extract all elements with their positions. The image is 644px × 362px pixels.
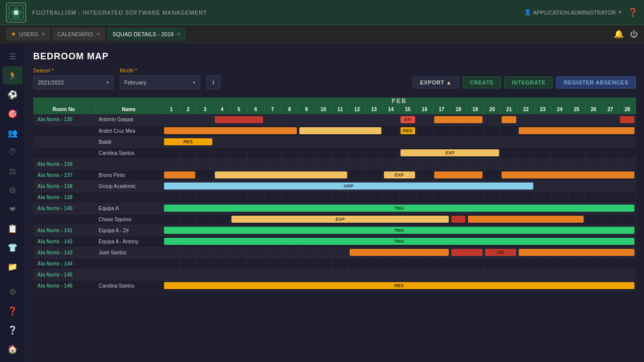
bar-cell [467, 214, 585, 225]
power-icon[interactable]: ⏻ [630, 30, 638, 39]
empty-day-cell [180, 214, 197, 225]
empty-day-cell [315, 192, 332, 203]
empty-day-cell [585, 269, 602, 280]
action-buttons: EXPORT ▲ CREATE INTEGRATE REGISTER ABSEN… [413, 76, 636, 89]
sidebar-item-person[interactable]: 🏃 [3, 66, 23, 84]
info-button[interactable]: i [206, 75, 220, 89]
empty-day-cell [281, 158, 298, 169]
svg-point-2 [14, 10, 19, 15]
day-20: 20 [484, 105, 501, 114]
empty-day-cell [568, 269, 585, 280]
empty-day-cell [163, 192, 180, 203]
table-row: Chase SquiresEXP [33, 214, 636, 225]
empty-day-cell [534, 258, 551, 269]
sidebar-item-folder[interactable]: 📁 [3, 257, 23, 276]
admin-menu[interactable]: 👤 APPLICATION ADMINISTRATOR ▼ [524, 9, 622, 16]
bar-cell: STI [399, 114, 417, 125]
tab-icons: 🔔 ⏻ [614, 29, 638, 39]
empty-day-cell [484, 136, 501, 147]
empty-day-cell [602, 214, 619, 225]
empty-day-cell [163, 247, 180, 258]
sidebar-item-question[interactable]: ❓ [3, 302, 23, 320]
empty-day-cell [180, 147, 197, 158]
month-select[interactable]: January February March [120, 75, 200, 89]
empty-day-cell [399, 269, 417, 280]
empty-day-cell [298, 247, 315, 258]
empty-day-cell [248, 269, 265, 280]
season-select[interactable]: 2019/2020 2020/2021 2021/2022 [33, 75, 114, 89]
calendar-table: FEB Room No Name 1 2 3 4 5 6 7 8 9 [33, 98, 636, 292]
empty-day-cell [433, 136, 450, 147]
help-icon[interactable]: ❓ [628, 8, 638, 17]
tab-calendario-label: CALENDÁRIO [57, 31, 94, 37]
sidebar-item-home[interactable]: 🏠 [3, 340, 23, 358]
sidebar-item-clock[interactable]: ⏱ [3, 143, 23, 161]
sidebar-item-settings[interactable]: ⚙ [3, 181, 23, 199]
room-cell [33, 136, 95, 147]
empty-day-cell [281, 258, 298, 269]
bar-cell [213, 114, 264, 125]
empty-day-cell [332, 158, 349, 169]
close-icon-3[interactable]: ✕ [177, 31, 181, 37]
table-row: Ala Norte - 142Equipa A - AntonyTMA [33, 236, 636, 247]
bar-cell [450, 247, 484, 258]
sidebar-item-target[interactable]: 🎯 [3, 105, 23, 123]
sidebar-item-heart[interactable]: ❤ [3, 200, 23, 218]
empty-day-cell [163, 147, 180, 158]
empty-day-cell [602, 192, 619, 203]
tab-users[interactable]: ★ USERS ✕ [6, 28, 50, 41]
integrate-button[interactable]: INTEGRATE [504, 76, 553, 88]
bar-cell: EXP [399, 147, 501, 158]
table-row: Ala Norte - 143José SantosVIG [33, 247, 636, 258]
month-filter-group: Month * January February March [120, 68, 200, 89]
empty-day-cell [619, 192, 636, 203]
export-button[interactable]: EXPORT ▲ [413, 76, 459, 88]
empty-day-cell [382, 114, 399, 125]
empty-day-cell [433, 269, 450, 280]
day-6: 6 [248, 105, 265, 114]
empty-day-cell [332, 247, 349, 258]
bar-cell: TMA [163, 203, 636, 214]
user-icon: 👤 [524, 9, 531, 16]
notification-icon[interactable]: 🔔 [614, 29, 624, 39]
name-cell: Equipa A - Antony [95, 236, 163, 247]
empty-day-cell [213, 214, 230, 225]
empty-day-cell [467, 258, 484, 269]
sidebar-item-list[interactable]: 📋 [3, 219, 23, 237]
bar-cell: EXP [230, 214, 450, 225]
admin-label-text: APPLICATION ADMINISTRATOR [533, 10, 616, 16]
empty-day-cell [213, 247, 230, 258]
sidebar-item-scale[interactable]: ⚖ [3, 162, 23, 180]
close-icon[interactable]: ✕ [41, 31, 45, 37]
name-cell: António Gaspar [95, 114, 163, 125]
day-14: 14 [382, 105, 399, 114]
create-button[interactable]: CREATE [462, 76, 501, 88]
tab-squad[interactable]: SQUAD DETAILS - 2019 ✕ [107, 28, 185, 41]
table-row: Ala Norte - 141Equipa A - ZéTMA [33, 225, 636, 236]
empty-day-cell [365, 147, 382, 158]
empty-day-cell [298, 136, 315, 147]
empty-day-cell [568, 136, 585, 147]
empty-day-cell [197, 169, 214, 180]
close-icon-2[interactable]: ✕ [96, 31, 100, 37]
empty-day-cell [585, 158, 602, 169]
sidebar-item-settings2[interactable]: ⚙ [3, 283, 23, 301]
sidebar-item-shirt[interactable]: 👕 [3, 238, 23, 256]
empty-day-cell [416, 125, 433, 136]
empty-day-cell [230, 247, 248, 258]
table-row: Ala Norte - 140Equipa ATMA [33, 203, 636, 214]
sidebar-item-ball[interactable]: ⚽ [3, 85, 23, 104]
sidebar-item-menu[interactable]: ☰ [3, 47, 23, 65]
empty-day-cell [602, 147, 619, 158]
empty-day-cell [568, 158, 585, 169]
empty-day-cell [551, 136, 569, 147]
register-absences-button[interactable]: REGISTER ABSENCES [556, 76, 636, 88]
room-cell: Ala Norte - 146 [33, 280, 95, 291]
tab-calendario[interactable]: CALENDÁRIO ✕ [52, 28, 106, 41]
empty-day-cell [501, 125, 518, 136]
empty-day-cell [551, 158, 569, 169]
sidebar-item-people[interactable]: 👥 [3, 124, 23, 142]
star-icon: ★ [11, 31, 16, 37]
col-name-header: Name [95, 105, 163, 114]
sidebar-item-question2[interactable]: ❔ [3, 321, 23, 339]
